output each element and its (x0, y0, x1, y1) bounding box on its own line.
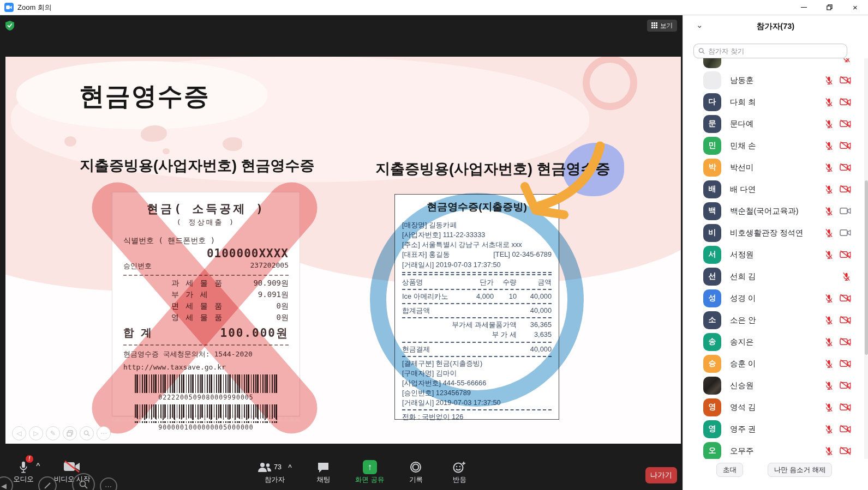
audio-button[interactable]: ! 오디오 (8, 458, 39, 484)
annotation-more-button[interactable]: ⋯ (100, 477, 117, 490)
participant-name: 승훈 이 (730, 359, 756, 369)
pen-tool-button[interactable]: ✎ (46, 426, 60, 440)
avatar: 영 (703, 420, 721, 438)
participant-name: 민채 손 (730, 141, 756, 151)
audio-label: 오디오 (13, 475, 34, 484)
mic-muted-icon (824, 425, 834, 434)
video-state-icon (840, 359, 851, 368)
video-state-icon (840, 185, 851, 193)
participants-caret[interactable]: ^ (288, 463, 292, 471)
reactions-button[interactable]: 반응 (447, 459, 471, 485)
participant-row-partial[interactable] (683, 58, 864, 69)
mic-muted-icon (824, 250, 834, 259)
participant-row[interactable]: 문 문다예 (683, 113, 864, 135)
participant-name: 서정원 (730, 250, 754, 260)
participant-row[interactable]: 민 민채 손 (683, 135, 864, 156)
titlebar: Zoom 회의 × (0, 0, 868, 15)
participant-name: 박선미 (730, 162, 754, 173)
participants-panel-header: ⌄ 참가자(73) (683, 15, 868, 37)
view-label: 보기 (660, 22, 673, 30)
reactions-label: 반응 (453, 475, 466, 485)
video-state-icon (840, 119, 851, 128)
participant-row[interactable]: 신승원 (683, 374, 864, 396)
chat-icon (317, 462, 330, 473)
participant-row[interactable]: 박 박선미 (683, 156, 864, 178)
participant-row[interactable]: 오 오무주 (683, 440, 864, 459)
participant-row[interactable]: 영 영주 권 (683, 418, 864, 440)
mic-muted-icon (824, 359, 834, 368)
chat-button[interactable]: 채팅 (312, 459, 336, 485)
panel-scrollbar-thumb[interactable] (865, 180, 868, 355)
zoom-app-icon (4, 3, 14, 12)
meeting-area: 보기 현금영수증 지출증빙용(사업자번호) 현금영수증 지출증빙용(사업자번호)… (0, 15, 683, 490)
grid-view-icon (651, 22, 657, 29)
share-screen-button[interactable]: ↑ 화면 공유 (355, 459, 384, 485)
participant-row[interactable]: 배 배 다연 (683, 178, 864, 200)
slides-panel-button[interactable] (63, 426, 77, 440)
panel-scrollbar[interactable] (864, 58, 868, 459)
record-label: 기록 (409, 475, 423, 485)
participant-row[interactable]: 영 영석 김 (683, 396, 864, 418)
participants-panel-footer: 초대 나만 음소거 해제 (683, 459, 868, 490)
zoom-tool-button[interactable] (80, 426, 94, 440)
restore-button[interactable] (817, 0, 842, 15)
record-button[interactable]: 기록 (404, 459, 428, 485)
participant-row[interactable]: 다 다희 최 (683, 91, 864, 113)
video-state-icon (840, 163, 851, 172)
participant-row[interactable]: 서 서정원 (683, 244, 864, 265)
magnifier-icon (79, 480, 88, 489)
participants-button[interactable]: 73 ^ 참가자 (258, 459, 292, 485)
participant-search[interactable] (693, 44, 847, 58)
invite-button[interactable]: 초대 (716, 463, 743, 477)
participant-name: 선희 김 (730, 271, 756, 282)
mic-muted-icon (824, 381, 834, 390)
record-icon (410, 461, 422, 473)
participant-row[interactable]: 송 송지은 (683, 331, 864, 353)
video-state-icon (840, 446, 851, 455)
mic-muted-icon (824, 446, 834, 456)
window-controls: × (791, 0, 868, 15)
mic-muted-icon (824, 141, 834, 150)
avatar (703, 71, 721, 89)
ring-decoration (583, 57, 637, 110)
next-slide-button[interactable]: ▷ (29, 426, 43, 440)
avatar: 배 (703, 180, 721, 198)
pen-icon (43, 481, 52, 490)
slide-controls: ◁ ▷ ✎ ⋯ (12, 426, 111, 440)
close-button[interactable]: × (842, 0, 868, 15)
avatar: 선 (703, 268, 721, 286)
video-state-icon (840, 98, 851, 106)
participant-name: 다희 최 (730, 97, 756, 107)
unmute-self-button[interactable]: 나만 음소거 해제 (768, 463, 832, 477)
arrow-annotation (513, 138, 611, 228)
participant-name: 비호생활관장 정석연 (730, 228, 804, 238)
participant-row[interactable]: 백 백순철(국어교육과) (683, 200, 864, 222)
participant-name: 영주 권 (730, 424, 756, 434)
more-tools-button[interactable]: ⋯ (97, 426, 111, 440)
security-shield-icon[interactable] (5, 21, 14, 33)
participant-row[interactable]: 승 승훈 이 (683, 353, 864, 374)
avatar: 문 (703, 115, 721, 133)
participant-name: 문다예 (730, 119, 754, 129)
minimize-button[interactable] (791, 0, 817, 15)
participant-row[interactable]: 선 선희 김 (683, 265, 864, 287)
video-state-icon (840, 141, 851, 150)
video-state-icon (840, 316, 851, 324)
audio-options-caret[interactable]: ^ (36, 461, 40, 469)
video-state-icon (840, 228, 851, 237)
participant-row[interactable]: 소 소은 안 (683, 309, 864, 331)
share-screen-label: 화면 공유 (355, 475, 384, 485)
reactions-icon (453, 461, 466, 473)
audio-alert-badge: ! (26, 455, 33, 463)
view-button[interactable]: 보기 (647, 20, 677, 32)
mic-muted-icon (824, 163, 834, 172)
participant-search-input[interactable] (708, 47, 842, 55)
participant-row[interactable]: 남동훈 (683, 69, 864, 91)
leave-button[interactable]: 나가기 (645, 467, 677, 483)
participant-name: 신승원 (730, 380, 754, 391)
participants-panel-title: 참가자(73) (683, 21, 868, 32)
participant-row[interactable]: 비 비호생활관장 정석연 (683, 222, 864, 244)
previous-slide-button[interactable]: ◁ (12, 426, 26, 440)
participant-row[interactable]: 성 성경 이 (683, 287, 864, 309)
left-section-header: 지출증빙용(사업자번호) 현금영수증 (80, 156, 314, 176)
